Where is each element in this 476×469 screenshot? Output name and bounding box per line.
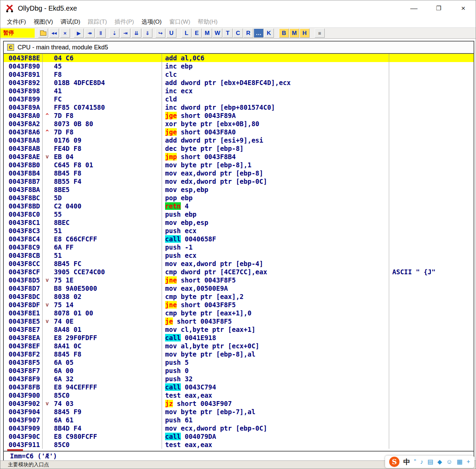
- hardware-breakpoints-button[interactable]: H: [300, 28, 310, 38]
- disasm-row[interactable]: 0043F9076A 61push 61: [4, 416, 474, 424]
- restart-button[interactable]: ◀◀: [49, 28, 59, 38]
- emoji-icon[interactable]: ☺: [446, 459, 452, 465]
- animate-over-button[interactable]: ⇓: [142, 28, 152, 38]
- menu-file[interactable]: 文件(F): [3, 18, 30, 26]
- arrow-spacer: [43, 260, 52, 268]
- disassembly-pane[interactable]: 0043F88E04 C6add al,0C60043F89045inc ebp…: [4, 54, 474, 451]
- run-button[interactable]: ▶: [74, 28, 84, 38]
- disasm-row[interactable]: 0043F8D7B8 9A0E5000mov eax,00500E9A: [4, 284, 474, 292]
- arrow-spacer: [43, 441, 52, 449]
- disasm-row[interactable]: 0043F8B0C645 F8 01mov byte ptr [ebp-8],1: [4, 161, 474, 169]
- disasm-row[interactable]: 0043F8A80176 09add dword ptr [esi+9],esi: [4, 136, 474, 144]
- disasm-row[interactable]: 0043F891F8clc: [4, 70, 474, 79]
- open-file-button[interactable]: [38, 28, 48, 38]
- menu-debug[interactable]: 调试(D): [57, 18, 84, 26]
- disasm-row[interactable]: 0043F90085C0test eax,eax: [4, 391, 474, 399]
- disasm-row[interactable]: 0043F8F56A 05push 5: [4, 358, 474, 366]
- disasm-row[interactable]: 0043F89841inc ecx: [4, 87, 474, 95]
- step-over-button[interactable]: ⇥: [120, 28, 130, 38]
- menu-view[interactable]: 视图(V): [30, 18, 57, 26]
- disasm-row[interactable]: 0043F8FBE8 94CEFFFFcall 0043C794: [4, 383, 474, 391]
- disasm-row[interactable]: 0043F899FCcld: [4, 95, 474, 103]
- title-bar[interactable]: OllyDbg - Ekd5.exe — ❐ ×: [0, 0, 476, 16]
- cpu-window-button[interactable]: C: [233, 28, 243, 38]
- disasm-row[interactable]: 0043F8EF8A41 0Cmov al,byte ptr [ecx+0C]: [4, 342, 474, 350]
- disasm-row[interactable]: 0043F902v74 03jz short 0043F907: [4, 399, 474, 408]
- run-trace-button[interactable]: …: [254, 28, 264, 38]
- executables-window-button[interactable]: E: [192, 28, 202, 38]
- memory-breakpoints-button[interactable]: M: [289, 28, 299, 38]
- disasm-row[interactable]: 0043F8C055push ebp: [4, 210, 474, 218]
- references-window-button[interactable]: R: [243, 28, 253, 38]
- call-stack-window-button[interactable]: K: [264, 28, 274, 38]
- disasm-row[interactable]: 0043F89AFF85 C0741580inc dword ptr [ebp+…: [4, 103, 474, 111]
- settings-icon[interactable]: +: [466, 459, 470, 465]
- sogou-logo-icon[interactable]: S: [389, 457, 399, 467]
- disasm-row[interactable]: 0043F8F96A 32push 32: [4, 375, 474, 383]
- disasm-row[interactable]: 0043F88E04 C6add al,0C6: [4, 54, 474, 62]
- disasm-row[interactable]: 0043F8BDC2 0400retn 4: [4, 202, 474, 210]
- log-window-button[interactable]: L: [182, 28, 191, 38]
- disasm-row[interactable]: 0043F8C351push ecx: [4, 227, 474, 235]
- disasm-row[interactable]: 0043F8CF3905 CCE74C00cmp dword ptr [4CE7…: [4, 268, 474, 276]
- ime-mode-indicator[interactable]: 中: [403, 457, 410, 467]
- menu-windows[interactable]: 窗口(W): [165, 18, 194, 26]
- toolbox-icon[interactable]: ◆: [437, 459, 442, 465]
- int3-breakpoints-button[interactable]: B: [279, 28, 289, 38]
- disasm-row[interactable]: 0043F8AEvEB 04jmp short 0043F8B4: [4, 153, 474, 161]
- disasm-row[interactable]: 0043F91185C0test eax,eax: [4, 441, 474, 449]
- pause-button[interactable]: ‖: [96, 28, 106, 38]
- memory-window-button[interactable]: M: [202, 28, 212, 38]
- disasm-row[interactable]: 0043F8F28845 F8mov byte ptr [ebp-8],al: [4, 350, 474, 358]
- cpu-window-titlebar[interactable]: C CPU - main thread, module Ekd5: [4, 41, 474, 54]
- disasm-row[interactable]: 0043F892018B 4DFCE8D4add dword ptr [ebx+…: [4, 79, 474, 87]
- disasm-row[interactable]: 0043F8DFv75 14jne short 0043F8F5: [4, 301, 474, 309]
- windows-window-button[interactable]: W: [212, 28, 222, 38]
- threads-window-button[interactable]: T: [223, 28, 233, 38]
- disasm-row[interactable]: 0043F8C96A FFpush -1: [4, 243, 474, 251]
- maximize-button[interactable]: ❐: [426, 0, 451, 16]
- disasm-row[interactable]: 0043F8EAE8 29F0FDFFcall 0041E918: [4, 334, 474, 342]
- menu-plugins[interactable]: 插件(P): [111, 18, 138, 26]
- disasm-row[interactable]: 0043F8ABFE4D F8dec byte ptr [ebp-8]: [4, 144, 474, 153]
- disasm-row[interactable]: 0043F8A28073 0B 80xor byte ptr [ebx+0B],…: [4, 120, 474, 128]
- menu-trace[interactable]: 跟踪(T): [84, 18, 111, 26]
- ime-toolbar[interactable]: S 中 ”♪▤◆☺▦+: [385, 456, 474, 468]
- step-into-button[interactable]: ⇣: [109, 28, 119, 38]
- voice-input-icon[interactable]: ♪: [420, 459, 423, 465]
- minimize-button[interactable]: —: [402, 0, 426, 16]
- disasm-row[interactable]: 0043F8A0^7D F8jge short 0043F89A: [4, 111, 474, 120]
- resume-button[interactable]: ↠: [85, 28, 95, 38]
- keyboard-icon[interactable]: ▤: [427, 459, 433, 465]
- go-to-user-code-button[interactable]: U: [166, 28, 176, 38]
- disasm-row[interactable]: 0043F8CC8B45 FCmov eax,dword ptr [ebp-4]: [4, 260, 474, 268]
- disasm-row[interactable]: 0043F8E5v74 0Eje short 0043F8F5: [4, 317, 474, 325]
- window-list-button[interactable]: ≡: [315, 28, 325, 38]
- disasm-row[interactable]: 0043F8C4E8 C66CFCFFcall 0040658F: [4, 235, 474, 243]
- disasm-row[interactable]: 0043F9048845 F9mov byte ptr [ebp-7],al: [4, 408, 474, 416]
- menu-options[interactable]: 选项(O): [138, 18, 165, 26]
- disasm-row[interactable]: 0043F9098B4D F4mov ecx,dword ptr [ebp-0C…: [4, 424, 474, 432]
- menu-help[interactable]: 帮助(H): [194, 18, 221, 26]
- disasm-row[interactable]: 0043F8DC8038 02cmp byte ptr [eax],2: [4, 292, 474, 301]
- disasm-row[interactable]: 0043F8B78B55 F4mov edx,dword ptr [ebp-0C…: [4, 177, 474, 185]
- disasm-row[interactable]: 0043F8D5v75 1Ejne short 0043F8F5: [4, 276, 474, 284]
- disasm-row[interactable]: 0043F8C18BECmov ebp,esp: [4, 218, 474, 227]
- disasm-row[interactable]: 0043F8E78A48 01mov cl,byte ptr [eax+1]: [4, 325, 474, 334]
- arrow-spacer: [43, 87, 52, 95]
- disasm-row[interactable]: 0043F8CB51push ecx: [4, 251, 474, 260]
- disasm-row[interactable]: 0043F8BA8BE5mov esp,ebp: [4, 185, 474, 194]
- disasm-row[interactable]: 0043F8BC5Dpop ebp: [4, 194, 474, 202]
- close-program-button[interactable]: ×: [60, 28, 70, 38]
- disasm-row[interactable]: 0043F8E18078 01 00cmp byte ptr [eax+1],0: [4, 309, 474, 317]
- animate-into-button[interactable]: ⇊: [131, 28, 141, 38]
- disasm-row[interactable]: 0043F90CE8 C980FCFFcall 004079DA: [4, 432, 474, 441]
- disasm-row[interactable]: 0043F8B48B45 F8mov eax,dword ptr [ebp-8]: [4, 169, 474, 177]
- disasm-row[interactable]: 0043F8F76A 00push 0: [4, 366, 474, 375]
- close-button[interactable]: ×: [451, 0, 476, 16]
- grid-icon[interactable]: ▦: [456, 459, 462, 465]
- disasm-row[interactable]: 0043F89045inc ebp: [4, 62, 474, 70]
- disasm-row[interactable]: 0043F8A6^7D F8jge short 0043F8A0: [4, 128, 474, 136]
- punctuation-mode-icon[interactable]: ”: [414, 459, 416, 465]
- execute-till-return-button[interactable]: ↪: [155, 28, 165, 38]
